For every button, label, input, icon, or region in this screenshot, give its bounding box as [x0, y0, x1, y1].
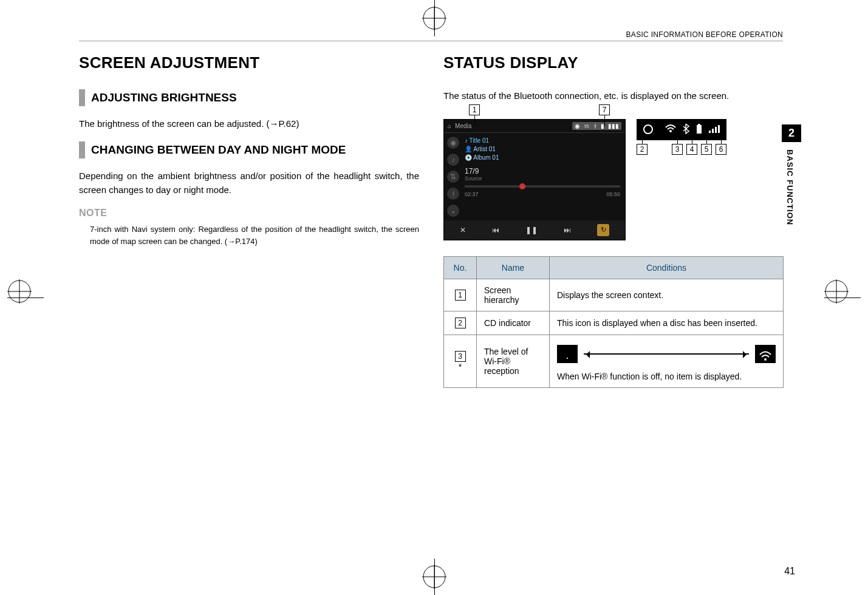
source-label: Source	[465, 175, 620, 182]
callout-2: 2	[637, 144, 648, 155]
section-title: ADJUSTING BRIGHTNESS	[91, 89, 237, 106]
status-bar: ◉ ᯾ ᚼ ▮ ▮▮▮	[572, 122, 621, 130]
callout-6: 6	[716, 144, 726, 155]
page-number: 41	[784, 566, 795, 577]
breadcrumb: Media	[455, 123, 569, 129]
source-rail: ◉ ♪ ⇅ ᚼ ⌄	[444, 133, 462, 220]
row-num: 2	[455, 318, 466, 328]
heading-status-display: STATUS DISPLAY	[443, 53, 784, 72]
callout-7: 7	[599, 104, 610, 115]
wifi-weak-icon: .	[557, 345, 578, 363]
section-title: CHANGING BETWEEN DAY AND NIGHT MODE	[91, 141, 346, 158]
row-num-suffix: *	[459, 362, 462, 372]
next-icon: ⏭	[564, 226, 571, 234]
note-body: 7-inch with Navi system only: Regardless…	[79, 223, 419, 247]
chapter-number: 2	[782, 124, 801, 142]
callout-5: 5	[701, 144, 712, 155]
track-artist: Artist 01	[473, 146, 496, 152]
svg-rect-13	[697, 125, 702, 134]
svg-rect-18	[718, 125, 720, 133]
track-number: 17/9	[465, 167, 620, 175]
left-column: SCREEN ADJUSTMENT ADJUSTING BRIGHTNESS T…	[79, 49, 419, 546]
time-elapsed: 02:37	[465, 191, 479, 197]
wifi-full-icon	[755, 345, 776, 363]
svg-rect-17	[715, 127, 717, 133]
row-num: 3	[455, 351, 466, 362]
section-bar-icon	[79, 89, 85, 106]
right-column: STATUS DISPLAY The status of the Bluetoo…	[443, 49, 784, 546]
track-title: Title 01	[470, 137, 489, 144]
battery-icon	[695, 123, 703, 136]
section-bar-icon	[79, 141, 85, 158]
crop-mark-left	[7, 279, 44, 316]
callout-1: 1	[469, 104, 480, 115]
disc-icon: ◉	[575, 123, 580, 129]
paragraph: The brightness of the screen can be adju…	[79, 117, 419, 131]
disc-icon	[643, 124, 653, 134]
col-name: Name	[477, 256, 550, 279]
running-head: BASIC INFORMATION BEFORE OPERATION	[79, 30, 783, 41]
source-more-icon: ⌄	[447, 205, 459, 217]
signal-icon	[709, 124, 720, 135]
svg-point-19	[764, 358, 767, 361]
shuffle-icon: ✕	[460, 226, 466, 234]
col-no: No.	[444, 256, 477, 279]
row-cond: . When Wi-Fi® function is off, no item i…	[550, 335, 784, 387]
crop-mark-bottom	[416, 559, 453, 595]
paragraph: Depending on the ambient brightness and/…	[79, 169, 419, 197]
callout-4: 4	[686, 144, 697, 155]
seek-bar	[465, 185, 620, 188]
callout-line	[474, 115, 475, 126]
table-row: 2 CD indicator This icon is displayed wh…	[444, 311, 784, 335]
note-heading: NOTE	[79, 208, 419, 219]
infotainment-screenshot: ⌂ Media ◉ ᯾ ᚼ ▮ ▮▮▮ ◉ ♪ ⇅ ᚼ	[443, 119, 626, 240]
svg-point-12	[669, 130, 672, 132]
status-bar-zoom: 2 3 4 5 6	[637, 119, 726, 155]
row-num: 1	[455, 290, 466, 301]
home-icon: ⌂	[448, 123, 451, 129]
wifi-icon	[665, 124, 676, 135]
callout-line	[604, 115, 605, 126]
table-row: 1 Screen hierarchy Displays the screen c…	[444, 279, 784, 311]
row-cond: Displays the screen context.	[550, 279, 784, 311]
bluetooth-icon	[682, 123, 689, 136]
row-name: Screen hierarchy	[477, 279, 550, 311]
source-usb-icon: ⇅	[447, 171, 459, 183]
chapter-label: BASIC FUNCTION	[782, 142, 798, 233]
heading-screen-adjustment: SCREEN ADJUSTMENT	[79, 53, 419, 72]
section-adjusting-brightness: ADJUSTING BRIGHTNESS	[79, 89, 419, 106]
row-name: The level of Wi-Fi® reception	[477, 335, 550, 387]
paragraph: The status of the Bluetooth connection, …	[443, 89, 784, 103]
row-name: CD indicator	[477, 311, 550, 335]
chapter-tab: 2 BASIC FUNCTION	[782, 124, 801, 233]
svg-rect-16	[712, 129, 714, 133]
wifi-icon: ᯾	[584, 123, 590, 129]
repeat-icon: ↻	[597, 224, 609, 236]
row-cond: This icon is displayed when a disc has b…	[550, 311, 784, 335]
signal-icon: ▮▮▮	[608, 123, 619, 129]
svg-rect-15	[709, 131, 711, 133]
pause-icon: ❚❚	[525, 226, 538, 234]
source-bt-icon: ᚼ	[447, 188, 459, 200]
callout-3: 3	[672, 144, 683, 155]
status-display-figure: 1 7 ⌂ Media ◉ ᯾ ᚼ ▮ ▮▮▮	[443, 119, 784, 240]
source-ipod-icon: ♪	[447, 154, 459, 166]
section-day-night-mode: CHANGING BETWEEN DAY AND NIGHT MODE	[79, 141, 419, 158]
bluetooth-icon: ᚼ	[593, 123, 597, 129]
svg-rect-14	[698, 124, 700, 125]
time-total: 05:50	[606, 191, 620, 197]
track-album: Album 01	[473, 154, 499, 161]
range-arrow-icon	[584, 353, 749, 355]
col-conditions: Conditions	[550, 256, 784, 279]
crop-mark-right	[824, 279, 861, 316]
row-cond-text: When Wi-Fi® function is off, no item is …	[557, 372, 742, 381]
prev-icon: ⏮	[492, 226, 499, 234]
status-icons-table: No. Name Conditions 1 Screen hierarchy D…	[443, 256, 784, 388]
source-disc-icon: ◉	[447, 137, 459, 149]
table-row: 3 * The level of Wi-Fi® reception . When…	[444, 335, 784, 387]
playback-controls: ✕ ⏮ ❚❚ ⏭ ↻	[444, 220, 625, 240]
track-metadata: ♪ Title 01 👤 Artist 01 💿 Album 01	[465, 137, 620, 162]
